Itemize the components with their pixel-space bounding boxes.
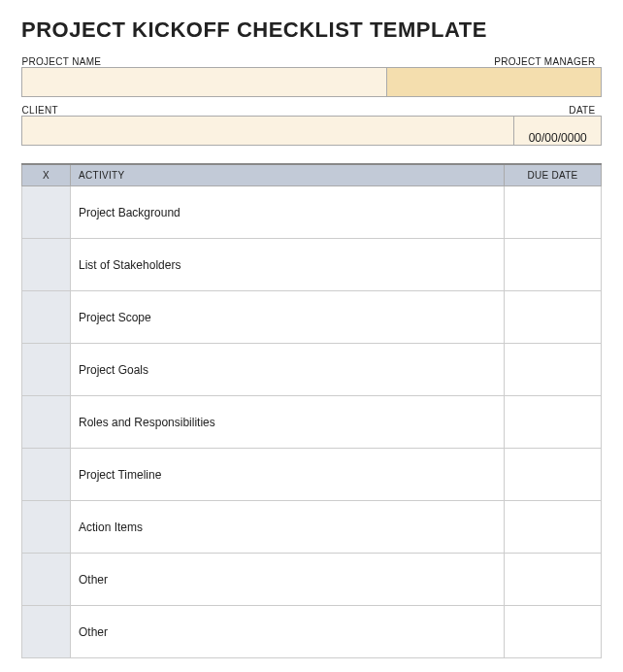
checkbox-cell[interactable] <box>22 606 71 658</box>
activity-cell[interactable]: Project Background <box>71 186 505 239</box>
checklist-table: X ACTIVITY DUE DATE Project BackgroundLi… <box>21 163 602 658</box>
table-row: Project Scope <box>22 291 602 344</box>
project-name-label: PROJECT NAME <box>22 56 387 68</box>
date-field[interactable]: 00/00/0000 <box>514 117 602 146</box>
project-name-field[interactable] <box>22 68 387 97</box>
checkbox-cell[interactable] <box>22 239 71 291</box>
due-date-cell[interactable] <box>505 396 602 449</box>
table-row: Roles and Responsibilities <box>22 396 602 449</box>
due-date-cell[interactable] <box>505 554 602 606</box>
checkbox-cell[interactable] <box>22 501 71 554</box>
table-row: Project Background <box>22 186 602 239</box>
due-date-cell[interactable] <box>505 606 602 658</box>
table-row: Action Items <box>22 501 602 554</box>
due-date-cell[interactable] <box>505 344 602 396</box>
activity-cell[interactable]: Project Scope <box>71 291 505 344</box>
due-date-cell[interactable] <box>505 449 602 501</box>
activity-cell[interactable]: Other <box>71 606 505 658</box>
col-header-x: X <box>22 164 71 186</box>
col-header-activity: ACTIVITY <box>71 164 505 186</box>
table-row: Project Timeline <box>22 449 602 501</box>
activity-cell[interactable]: Action Items <box>71 501 505 554</box>
project-manager-label: PROJECT MANAGER <box>387 56 602 68</box>
activity-cell[interactable]: Project Timeline <box>71 449 505 501</box>
checkbox-cell[interactable] <box>22 344 71 396</box>
checkbox-cell[interactable] <box>22 291 71 344</box>
activity-cell[interactable]: Project Goals <box>71 344 505 396</box>
date-label: DATE <box>514 105 602 117</box>
checkbox-cell[interactable] <box>22 554 71 606</box>
table-row: Project Goals <box>22 344 602 396</box>
page-title: PROJECT KICKOFF CHECKLIST TEMPLATE <box>21 17 602 43</box>
activity-cell[interactable]: List of Stakeholders <box>71 239 505 291</box>
due-date-cell[interactable] <box>505 291 602 344</box>
due-date-cell[interactable] <box>505 186 602 239</box>
table-row: List of Stakeholders <box>22 239 602 291</box>
due-date-cell[interactable] <box>505 501 602 554</box>
client-field[interactable] <box>22 117 514 146</box>
table-row: Other <box>22 606 602 658</box>
project-manager-field[interactable] <box>387 68 602 97</box>
checkbox-cell[interactable] <box>22 449 71 501</box>
activity-cell[interactable]: Roles and Responsibilities <box>71 396 505 449</box>
due-date-cell[interactable] <box>505 239 602 291</box>
checkbox-cell[interactable] <box>22 186 71 239</box>
activity-cell[interactable]: Other <box>71 554 505 606</box>
col-header-due: DUE DATE <box>505 164 602 186</box>
table-row: Other <box>22 554 602 606</box>
meta-row-1: PROJECT NAME PROJECT MANAGER <box>21 56 602 97</box>
client-label: CLIENT <box>22 105 514 117</box>
checkbox-cell[interactable] <box>22 396 71 449</box>
meta-row-2: CLIENT DATE 00/00/0000 <box>21 105 602 146</box>
